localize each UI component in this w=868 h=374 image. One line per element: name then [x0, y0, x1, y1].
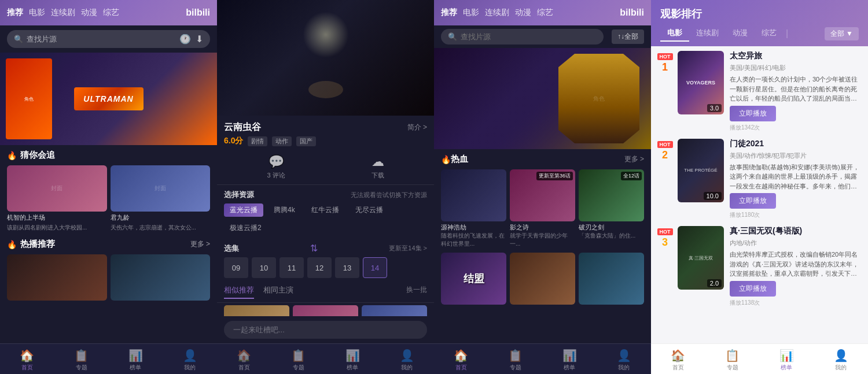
rec-tab-cast[interactable]: 相同主演 — [263, 285, 293, 299]
rank-label-p1: 榜单 — [130, 364, 141, 372]
bottom-topic-p2[interactable]: 📋 专题 — [271, 349, 326, 372]
panel-home: 推荐 电影 连续剧 动漫 综艺 bilbili 🔍 🕐 ⬇ ULTRAMAN 角… — [0, 0, 217, 374]
source-tab-0[interactable]: 蓝光云播 — [224, 203, 263, 217]
rank-tab-variety[interactable]: 综艺 — [755, 25, 784, 42]
bottom-rank-p2[interactable]: 📊 榜单 — [326, 349, 380, 372]
search-input-p3[interactable] — [461, 32, 597, 41]
bottom-home-p2[interactable]: 🏠 首页 — [217, 349, 271, 372]
bottom-profile-p2[interactable]: 👤 我的 — [380, 349, 434, 372]
bottom-rank-p4[interactable]: 📊 榜单 — [760, 349, 814, 372]
nav-variety[interactable]: 综艺 — [103, 8, 119, 18]
brief-link[interactable]: 简介 > — [407, 123, 427, 132]
sort-icon[interactable]: ⇅ — [310, 243, 318, 254]
episode-badge-1: 更新至第36话 — [536, 172, 573, 180]
ep-13[interactable]: 13 — [335, 257, 359, 278]
home-label-p4: 首页 — [672, 364, 684, 372]
rankings-title: 观影排行 — [660, 7, 859, 21]
source-tab-3[interactable]: 无尽云播 — [350, 203, 389, 217]
home-label-p2: 首页 — [238, 364, 250, 372]
rank-tab-movie[interactable]: 电影 — [660, 25, 689, 42]
bottom-rank-p1[interactable]: 📊 榜单 — [109, 349, 163, 372]
bottom-topic-p4[interactable]: 📋 专题 — [705, 349, 760, 372]
hot-card-1[interactable] — [111, 254, 211, 301]
nav-anime[interactable]: 动漫 — [81, 8, 97, 18]
hero-banner[interactable]: ULTRAMAN 角色 — [0, 53, 217, 145]
drama-card-0[interactable]: 封面 机智的上半场 该剧从四名剧刚进入大学校园... — [7, 165, 107, 232]
bottom-profile-p4[interactable]: 👤 我的 — [814, 349, 868, 372]
source-tab-1[interactable]: 腾腾4k — [268, 203, 301, 217]
rank-filter-btn[interactable]: 全部 ▼ — [825, 27, 859, 40]
nav-variety-p3[interactable]: 综艺 — [537, 8, 553, 18]
hot-more-p3[interactable]: 更多 > — [624, 154, 644, 164]
video-player[interactable] — [217, 0, 434, 116]
comment-input[interactable] — [224, 321, 427, 339]
bottom-navigation-p1: 🏠 首页 📋 专题 📊 榜单 👤 我的 — [0, 343, 217, 374]
rank-genre-1: 美国/美国/科幻/电影 — [730, 64, 861, 72]
hot-bg-1 — [111, 254, 211, 301]
comment-btn[interactable]: 💬 3 评论 — [267, 154, 285, 180]
nav-anime-p3[interactable]: 动漫 — [515, 8, 531, 18]
source-tab-4[interactable]: 极速云播2 — [224, 221, 267, 235]
ep-10[interactable]: 10 — [252, 257, 276, 278]
rank-tab-anime[interactable]: 动漫 — [726, 25, 755, 42]
download-label: 下载 — [372, 171, 384, 180]
anime-card-5[interactable] — [579, 253, 644, 305]
rec-card-0[interactable] — [224, 305, 289, 314]
topic-icon-p1: 📋 — [74, 349, 89, 362]
rec-card-2[interactable] — [362, 305, 427, 314]
anime-card-0[interactable]: 源神浩劫 随着科技的飞速发展，在科幻世界里... — [441, 169, 506, 248]
hero-title: ULTRAMAN — [83, 94, 133, 103]
rank-play-btn-3[interactable]: 立即播放 — [730, 281, 776, 297]
hot-section-header-p3: 🔥 热血 更多 > — [434, 149, 651, 167]
rank-poster-bg-2: THE PROTÉGÉ 10.0 — [678, 139, 724, 202]
nav-recommend[interactable]: 推荐 — [7, 8, 23, 18]
bottom-home-p4[interactable]: 🏠 首页 — [651, 349, 705, 372]
profile-label-p1: 我的 — [184, 364, 196, 372]
download-icon[interactable]: ⬇ — [196, 34, 203, 45]
nav-series-p3[interactable]: 连续剧 — [485, 8, 509, 18]
hot-badge-1: HOT — [657, 53, 673, 60]
drama-card-1[interactable]: 封面 君九龄 天伤六年，志宗崩逝，其次女公... — [111, 165, 211, 232]
rank-poster-bg-3: 真·三国无双 2.0 — [678, 226, 724, 290]
rank-item-2[interactable]: HOT 2 THE PROTÉGÉ 10.0 门徒2021 美国/动作/惊悚/犯… — [658, 139, 861, 220]
rec-card-1[interactable] — [293, 305, 358, 314]
episode-header: 选集 ⇅ 更新至14集 > — [224, 243, 427, 254]
ep-09[interactable]: 09 — [224, 257, 248, 278]
nav-recommend-p3[interactable]: 推荐 — [441, 8, 457, 18]
rank-label-p2: 榜单 — [347, 364, 358, 372]
bottom-rank-p3[interactable]: 📊 榜单 — [543, 349, 597, 372]
rec-refresh[interactable]: 换一批 — [406, 285, 427, 299]
rank-tab-series[interactable]: 连续剧 — [689, 25, 726, 42]
ep-11[interactable]: 11 — [279, 257, 304, 278]
bottom-profile-p1[interactable]: 👤 我的 — [163, 349, 217, 372]
bottom-topic-p3[interactable]: 📋 专题 — [488, 349, 543, 372]
rank-play-btn-1[interactable]: 立即播放 — [730, 106, 776, 121]
ep-12[interactable]: 12 — [307, 257, 332, 278]
rank-item-3[interactable]: HOT 3 真·三国无双 2.0 真·三国无双(粤语版) 内地/动作 由光荣特库… — [658, 226, 861, 307]
nav-series[interactable]: 连续剧 — [51, 8, 75, 18]
bottom-home-p1[interactable]: 🏠 首页 — [0, 349, 54, 372]
bottom-home-p3[interactable]: 🏠 首页 — [434, 349, 488, 372]
nav-movie[interactable]: 电影 — [29, 8, 45, 18]
filter-button[interactable]: ↑↓全部 — [612, 29, 644, 44]
anime-hero[interactable]: 燃动行 角色 — [434, 48, 651, 149]
anime-card-4[interactable] — [510, 253, 575, 305]
download-btn[interactable]: ☁ 下载 — [372, 154, 384, 180]
source-tab-2[interactable]: 红牛云播 — [306, 203, 345, 217]
anime-card-1[interactable]: 更新至第36话 影之诗 就学于天青学园的少年一... — [510, 169, 575, 248]
rank-item-1[interactable]: HOT 1 VOYAGERS 3.0 太空异旅 美国/美国/科幻/电影 在人类的… — [658, 51, 861, 132]
ep-14[interactable]: 14 — [363, 257, 387, 278]
anime-card-2[interactable]: 全12话 破刃之剑 「克鲁森大陆」的住... — [579, 169, 644, 248]
hot-card-0[interactable] — [7, 254, 107, 301]
anime-card-desc-0: 随着科技的飞速发展，在科幻世界里... — [441, 232, 506, 248]
topic-label-p4: 专题 — [727, 364, 738, 372]
bottom-profile-p3[interactable]: 👤 我的 — [597, 349, 651, 372]
search-input[interactable] — [27, 35, 176, 43]
anime-card-3[interactable]: 结盟 — [441, 253, 506, 305]
rec-tab-similar[interactable]: 相似推荐 — [224, 285, 254, 299]
bottom-topic-p1[interactable]: 📋 专题 — [54, 349, 109, 372]
rank-play-btn-2[interactable]: 立即播放 — [730, 193, 776, 209]
nav-movie-p3[interactable]: 电影 — [463, 8, 479, 18]
history-icon[interactable]: 🕐 — [179, 34, 191, 45]
hot-more-link[interactable]: 更多 > — [190, 239, 210, 249]
